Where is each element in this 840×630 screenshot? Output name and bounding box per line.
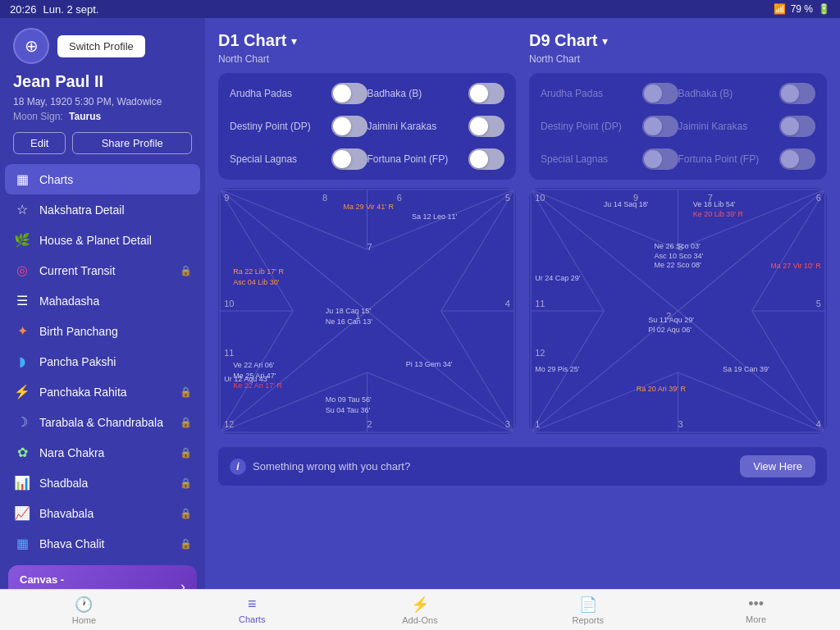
sidebar-label-house-planet: House & Planet Detail (39, 234, 152, 247)
d9-dropdown-arrow[interactable]: ▾ (602, 34, 608, 48)
sidebar-label-nakshatra: Nakshatra Detail (39, 203, 125, 217)
svg-line-25 (752, 189, 825, 311)
d9-planet-ma: Ma 27 Vir 10' R (770, 262, 821, 272)
nav-list: ▦ Charts ☆ Nakshatra Detail 🌿 House & Pl… (0, 164, 205, 559)
sidebar-label-bhavabala: Bhavabala (39, 507, 94, 520)
d9-num-6: 6 (816, 193, 821, 203)
sidebar-item-panchaka-rahita[interactable]: ⚡ Panchaka Rahita 🔒 (0, 377, 205, 407)
tab-reports-label: Reports (573, 615, 605, 625)
d9-special-toggle[interactable] (642, 148, 678, 170)
wifi-icon: 📶 (774, 3, 786, 15)
d9-chart-title: D9 Chart (529, 31, 597, 50)
d9-destiny-toggle[interactable] (642, 116, 678, 137)
moon-value: Taurus (69, 111, 101, 122)
sidebar-label-current-transit: Current Transit (39, 264, 116, 277)
d1-num-7: 7 (368, 242, 372, 252)
d9-arudha-toggle[interactable] (642, 83, 678, 104)
status-bar: 20:26 Lun. 2 sept. 📶 79 % 🔋 (0, 0, 840, 18)
d1-num-4: 4 (505, 299, 510, 308)
sidebar-item-current-transit[interactable]: ◎ Current Transit 🔒 (0, 255, 205, 285)
switch-profile-button[interactable]: Switch Profile (57, 35, 145, 57)
status-date: Lun. 2 sept. (43, 3, 99, 16)
d1-num-6: 6 (397, 193, 402, 203)
d1-toggle-fortuna: Fortuna Point (FP) (368, 148, 505, 170)
tab-reports[interactable]: 📄 Reports (504, 592, 672, 628)
share-profile-button[interactable]: Share Profile (72, 132, 192, 154)
d9-num-5: 5 (816, 299, 821, 308)
canvas-button[interactable]: Canvas -Everything in one place › (8, 565, 197, 589)
info-bar: i Something wrong with you chart? View H… (218, 447, 827, 486)
d9-num-3: 3 (678, 419, 683, 429)
d9-toggle-panel: Arudha Padas Badhaka (B) Destiny Point (… (529, 73, 827, 180)
sidebar-item-tarabala[interactable]: ☽ Tarabala & Chandrabala 🔒 (0, 407, 205, 437)
tab-charts[interactable]: ≡ Charts (168, 592, 336, 628)
d9-jaimini-toggle[interactable] (779, 116, 815, 137)
tab-home[interactable]: 🕐 Home (0, 592, 168, 628)
sidebar-item-house-planet[interactable]: 🌿 House & Planet Detail (0, 225, 205, 255)
d1-num-10: 10 (224, 299, 234, 308)
d9-toggle-arudha: Arudha Padas (541, 83, 678, 104)
house-planet-icon: 🌿 (13, 232, 31, 248)
d1-dropdown-arrow[interactable]: ▾ (291, 34, 297, 48)
battery-text: 79 % (791, 3, 813, 15)
d9-badhaka-toggle[interactable] (779, 83, 815, 104)
bhava-chalit-icon: ▦ (13, 536, 31, 551)
d1-toggle-destiny: Destiny Point (DP) (230, 116, 368, 137)
d9-fortuna-label: Fortuna Point (FP) (678, 153, 774, 165)
d9-toggle-destiny: Destiny Point (DP) (541, 116, 678, 137)
tab-addons[interactable]: ⚡ Add-Ons (336, 592, 504, 628)
tab-more[interactable]: ••• More (672, 592, 840, 628)
addons-icon: ⚡ (411, 596, 429, 614)
d1-num-12: 12 (224, 419, 234, 429)
d9-jaimini-label: Jaimini Karakas (678, 121, 774, 132)
sidebar-label-shadbala: Shadbala (39, 477, 88, 490)
d1-badhaka-toggle[interactable] (468, 83, 504, 104)
sidebar-item-bhavabala[interactable]: 📈 Bhavabala 🔒 (0, 498, 205, 528)
tab-charts-label: Charts (239, 614, 265, 624)
d1-special-toggle[interactable] (331, 148, 368, 170)
moon-label: Moon Sign: (13, 111, 63, 122)
content-area: D1 Chart ▾ North Chart Arudha Padas Badh… (205, 18, 840, 589)
lock-icon-bhava-chalit: 🔒 (180, 538, 192, 550)
d1-planet-ju: Ju 18 Can 15'Ne 16 Can 13' (326, 306, 372, 326)
birth-panchang-icon: ✦ (13, 323, 31, 339)
info-icon: i (230, 459, 246, 475)
d1-badhaka-label: Badhaka (B) (368, 88, 463, 99)
d9-special-label: Special Lagnas (541, 153, 636, 165)
d9-num-9: 9 (633, 193, 638, 203)
d1-arudha-toggle[interactable] (331, 83, 368, 104)
edit-button[interactable]: Edit (13, 132, 66, 154)
d9-chart-header: D9 Chart ▾ (529, 31, 827, 50)
d1-destiny-toggle[interactable] (331, 116, 368, 137)
sidebar-item-shadbala[interactable]: 📊 Shadbala 🔒 (0, 468, 205, 498)
sidebar-item-charts[interactable]: ▦ Charts (5, 164, 200, 194)
sidebar-item-bhava-chalit[interactable]: ▦ Bhava Chalit 🔒 (0, 528, 205, 559)
svg-line-12 (441, 311, 514, 432)
sidebar-item-nara-chakra[interactable]: ✿ Nara Chakra 🔒 (0, 437, 205, 468)
d1-planet-mo: Mo 09 Tau 56'Su 04 Tau 36' (326, 395, 372, 415)
d9-num-7: 7 (708, 193, 713, 203)
sidebar-item-nakshatra[interactable]: ☆ Nakshatra Detail (0, 194, 205, 225)
sidebar-label-mahadasha: Mahadasha (39, 294, 99, 308)
d1-toggle-arudha: Arudha Padas (230, 83, 368, 104)
sidebar-item-pancha-pakshi[interactable]: ◗ Pancha Pakshi (0, 346, 205, 377)
d1-toggle-badhaka: Badhaka (B) (368, 83, 505, 104)
d1-fortuna-toggle[interactable] (468, 148, 504, 170)
lock-icon-shadbala: 🔒 (180, 477, 192, 489)
charts-tab-icon: ≡ (248, 596, 257, 613)
d9-planet-ur: Ur 24 Cap 29' (535, 274, 580, 284)
view-here-button[interactable]: View Here (740, 455, 815, 477)
d1-num-9: 9 (224, 193, 229, 203)
svg-line-5 (220, 189, 367, 249)
sidebar-item-mahadasha[interactable]: ☰ Mahadasha (0, 285, 205, 316)
d1-jaimini-toggle[interactable] (468, 116, 504, 137)
svg-line-24 (531, 189, 604, 311)
lock-icon-panchaka: 🔒 (180, 386, 192, 398)
d9-planet-sa: Sa 19 Can 39' (723, 365, 769, 375)
sidebar-item-birth-panchang[interactable]: ✦ Birth Panchang (0, 316, 205, 346)
info-bar-left: i Something wrong with you chart? (230, 459, 410, 475)
d9-fortuna-toggle[interactable] (779, 148, 815, 170)
sidebar-label-panchaka-rahita: Panchaka Rahita (39, 386, 127, 399)
lock-icon-transit: 🔒 (180, 265, 192, 276)
d9-toggle-badhaka: Badhaka (B) (678, 83, 816, 104)
